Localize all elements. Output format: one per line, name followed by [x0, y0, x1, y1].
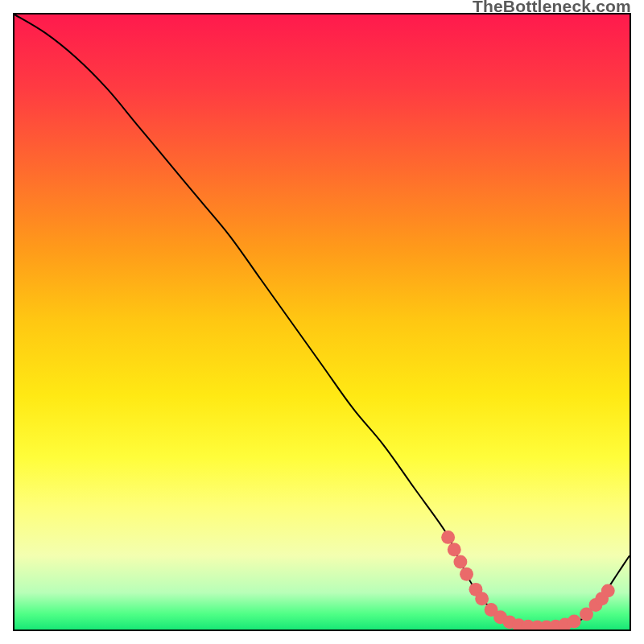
- chart-canvas: TheBottleneck.com: [0, 0, 644, 644]
- curve-marker: [441, 530, 455, 544]
- curve-marker: [475, 592, 489, 605]
- curve-marker: [460, 568, 473, 581]
- bottleneck-curve-line: [14, 14, 630, 628]
- curve-marker: [568, 615, 581, 629]
- curve-marker: [453, 555, 467, 569]
- chart-overlay: [14, 14, 630, 630]
- curve-marker: [448, 543, 461, 556]
- marker-group: [441, 530, 615, 630]
- curve-marker: [601, 584, 615, 597]
- plot-area: [13, 13, 631, 631]
